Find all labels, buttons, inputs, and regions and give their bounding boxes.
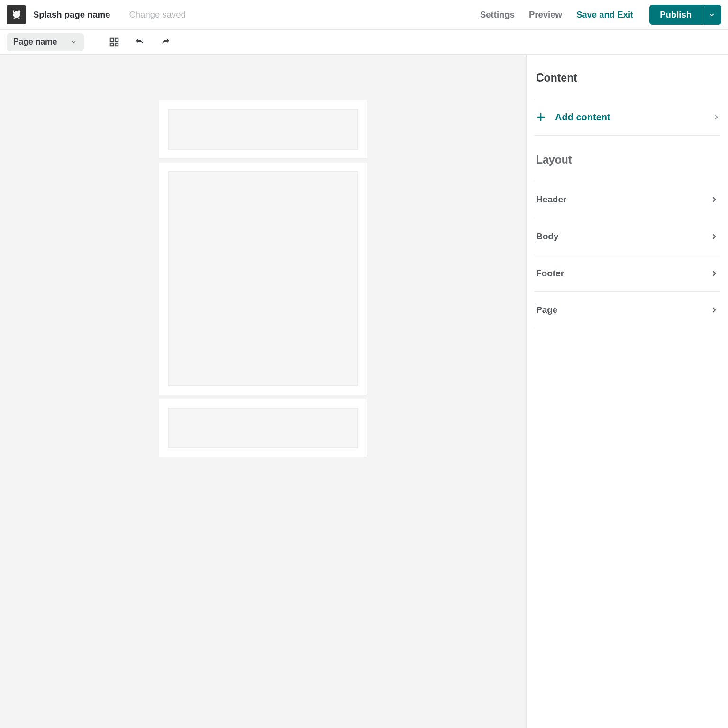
canvas-area — [0, 55, 526, 728]
grid-icon — [109, 37, 119, 47]
chevron-down-icon — [708, 11, 716, 18]
settings-link[interactable]: Settings — [480, 9, 515, 20]
chevron-right-icon — [712, 113, 720, 121]
publish-button[interactable]: Publish — [649, 5, 702, 25]
chevron-right-icon — [710, 306, 719, 314]
add-content-label: Add content — [555, 112, 610, 123]
chevron-right-icon — [710, 269, 719, 278]
svg-rect-3 — [115, 43, 118, 46]
undo-icon — [134, 36, 146, 48]
layout-row-body[interactable]: Body — [534, 218, 720, 255]
page-select[interactable]: Page name — [7, 33, 84, 51]
sidebar-content-title: Content — [534, 72, 720, 84]
redo-button[interactable] — [157, 34, 174, 51]
undo-button[interactable] — [131, 34, 148, 51]
canvas-footer-section[interactable] — [159, 399, 367, 457]
sidebar: Content Add content Layout Header Body — [526, 55, 728, 728]
canvas-body-section[interactable] — [159, 163, 367, 395]
layout-row-footer[interactable]: Footer — [534, 255, 720, 291]
save-status: Change saved — [129, 9, 185, 20]
redo-icon — [160, 36, 171, 48]
main: Content Add content Layout Header Body — [0, 55, 728, 728]
topbar: Splash page name Change saved Settings P… — [0, 0, 728, 30]
canvas-body-block — [168, 171, 358, 386]
publish-dropdown-button[interactable] — [702, 5, 721, 25]
layout-row-page[interactable]: Page — [534, 291, 720, 328]
canvas-header-block — [168, 109, 358, 150]
layout-row-label: Body — [536, 231, 559, 242]
chevron-down-icon — [70, 38, 77, 46]
add-content-row[interactable]: Add content — [534, 99, 720, 136]
toolbar: Page name — [0, 30, 728, 55]
canvas-footer-block — [168, 408, 358, 448]
layout-row-label: Page — [536, 305, 557, 315]
svg-rect-2 — [110, 43, 113, 46]
app-logo[interactable] — [7, 5, 26, 24]
layout-row-header[interactable]: Header — [534, 181, 720, 218]
chevron-right-icon — [710, 232, 719, 241]
chevron-right-icon — [710, 195, 719, 204]
save-and-exit-link[interactable]: Save and Exit — [576, 9, 633, 20]
layout-row-label: Header — [536, 194, 566, 205]
sidebar-layout-title: Layout — [536, 154, 720, 166]
plus-icon — [535, 111, 546, 123]
layout-row-label: Footer — [536, 268, 564, 279]
frog-icon — [10, 9, 22, 21]
page-title: Splash page name — [33, 9, 110, 20]
preview-link[interactable]: Preview — [529, 9, 562, 20]
canvas-header-section[interactable] — [159, 100, 367, 158]
grid-view-button[interactable] — [106, 34, 123, 51]
publish-group: Publish — [649, 5, 721, 25]
page-select-label: Page name — [13, 37, 57, 47]
svg-rect-0 — [110, 38, 113, 41]
svg-rect-1 — [115, 38, 118, 41]
